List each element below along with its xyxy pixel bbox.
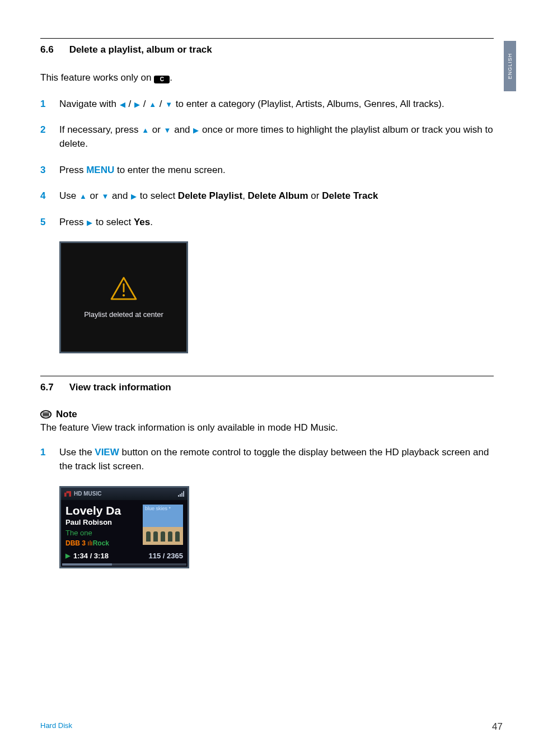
step-number: 4: [40, 189, 59, 203]
right-icon: ▶: [87, 218, 92, 228]
bold-text: Delete Track: [322, 190, 378, 201]
step-number: 1: [40, 97, 59, 111]
step-body: Press ▶ to select Yes.: [59, 216, 494, 230]
step-item: 4 Use ▲ or ▼ and ▶ to select Delete Play…: [40, 189, 494, 203]
sound-mode: DBB 3 ılıRock: [65, 539, 138, 547]
step-body: Use ▲ or ▼ and ▶ to select Delete Playli…: [59, 189, 494, 203]
intro-post: .: [170, 72, 172, 83]
steps-list: 1 Navigate with ◀ / ▶ / ▲ / ▼ to enter a…: [40, 97, 494, 230]
up-icon: ▲: [79, 192, 87, 202]
track-count: 115 / 2365: [149, 552, 183, 560]
signal-icon: [178, 491, 184, 497]
svg-point-1: [123, 294, 125, 296]
footer-section: Hard Disk: [40, 721, 72, 732]
section-heading: 6.7 View track information: [40, 382, 494, 393]
text: Navigate with: [59, 99, 119, 109]
step-item: 1 Navigate with ◀ / ▶ / ▲ / ▼ to enter a…: [40, 97, 494, 111]
text: and: [109, 190, 130, 201]
section-number: 6.6: [40, 44, 54, 55]
section-rule: [40, 38, 494, 39]
step-body: If necessary, press ▲ or ▼ and ▶ once or…: [59, 123, 494, 151]
text: to select: [137, 190, 178, 201]
text: .: [150, 217, 153, 227]
note-body: The feature View track information is on…: [40, 422, 494, 433]
time-display: 1:34 / 3:18: [73, 552, 109, 560]
up-icon: ▲: [142, 125, 149, 136]
step-item: 3 Press MENU to enter the menu screen.: [40, 164, 494, 178]
right-icon: ▶: [193, 125, 199, 136]
text: Use the: [59, 447, 95, 458]
track-artist: Paul Robison: [65, 518, 138, 526]
section-number: 6.7: [40, 382, 54, 393]
down-icon: ▼: [101, 192, 109, 202]
eq-icon: ılı: [87, 539, 92, 547]
text: to select: [93, 217, 134, 227]
section-title: Delete a playlist, album or track: [69, 44, 212, 55]
playback-header: HD MUSIC: [61, 488, 188, 500]
steps-list: 1 Use the VIEW button on the remote cont…: [40, 446, 494, 473]
playback-screenshot: HD MUSIC Lovely Da Paul Robison The one …: [59, 486, 189, 568]
section-title: View track information: [69, 382, 171, 393]
page-number: 47: [492, 721, 503, 732]
step-number: 1: [40, 446, 59, 473]
track-album: The one: [65, 529, 138, 537]
dbb-label: DBB 3: [65, 539, 86, 547]
menu-keyword: MENU: [86, 165, 114, 175]
confirmation-screenshot: Playlist deleted at center: [59, 241, 188, 353]
up-icon: ▲: [149, 100, 156, 110]
left-icon: ◀: [120, 100, 125, 110]
note-label: Note: [56, 409, 77, 420]
intro-text: This feature works only on C.: [40, 71, 494, 85]
note-icon: [40, 410, 51, 419]
down-icon: ▼: [164, 125, 171, 136]
text: Use: [59, 190, 79, 201]
center-icon: C: [154, 76, 170, 83]
step-item: 2 If necessary, press ▲ or ▼ and ▶ once …: [40, 123, 494, 151]
music-icon: [64, 491, 71, 497]
album-art-label: blue skies *: [145, 506, 171, 511]
step-number: 2: [40, 123, 59, 151]
step-body: Navigate with ◀ / ▶ / ▲ / ▼ to enter a c…: [59, 97, 494, 111]
bold-text: Delete Album: [248, 190, 308, 201]
step-number: 5: [40, 216, 59, 230]
language-tab-label: ENGLISH: [507, 53, 513, 80]
section-heading: 6.6 Delete a playlist, album or track: [40, 44, 494, 55]
step-item: 1 Use the VIEW button on the remote cont…: [40, 446, 494, 473]
text: or: [308, 190, 322, 201]
play-icon: ▶: [65, 552, 70, 559]
text: ,: [242, 190, 247, 201]
eq-label: Rock: [93, 539, 109, 547]
header-label: HD MUSIC: [74, 491, 101, 497]
step-body: Press MENU to enter the menu screen.: [59, 164, 494, 178]
text: to enter the menu screen.: [114, 165, 225, 175]
text: Press: [59, 217, 86, 227]
screenshot-message: Playlist deleted at center: [84, 310, 163, 319]
step-body: Use the VIEW button on the remote contro…: [59, 446, 494, 473]
page-footer: Hard Disk 47: [40, 721, 503, 732]
bold-text: Yes: [134, 217, 150, 227]
note-heading: Note: [40, 409, 494, 420]
playback-footer: ▶ 1:34 / 3:18 115 / 2365: [61, 550, 188, 563]
warning-icon: [110, 277, 137, 300]
step-number: 3: [40, 164, 59, 178]
section-rule: [40, 376, 494, 376]
text: button on the remote control to toggle t…: [59, 447, 489, 472]
text: to enter a category (Playlist, Artists, …: [173, 99, 444, 109]
text: and: [171, 124, 193, 135]
view-keyword: VIEW: [95, 447, 119, 458]
text: Press: [59, 165, 86, 175]
bold-text: Delete Playlist: [178, 190, 242, 201]
album-art: blue skies *: [143, 505, 183, 545]
intro-pre: This feature works only on: [40, 72, 154, 83]
progress-bar: [62, 563, 186, 566]
right-icon: ▶: [134, 100, 140, 110]
down-icon: ▼: [165, 100, 172, 110]
step-item: 5 Press ▶ to select Yes.: [40, 216, 494, 230]
language-tab: ENGLISH: [504, 41, 516, 91]
text: If necessary, press: [59, 124, 141, 135]
right-icon: ▶: [131, 192, 137, 202]
track-title: Lovely Da: [65, 505, 138, 517]
